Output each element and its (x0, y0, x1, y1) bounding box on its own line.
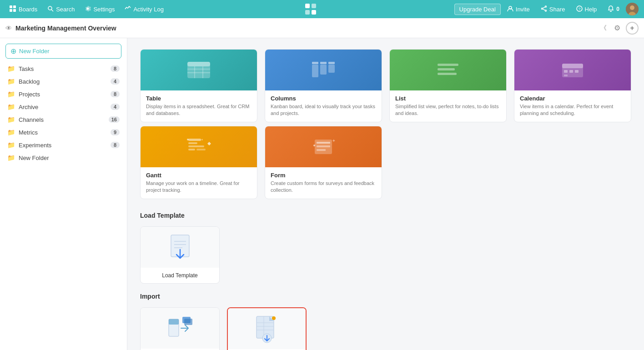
activity-icon (125, 5, 131, 13)
eye-icon: 👁 (5, 25, 12, 32)
table-view-card[interactable]: Table Display items in a spreadsheet. Gr… (140, 49, 257, 122)
sidebar: ⊕ New Folder 📁 Tasks 8 📁 Backlog 4 📁 Pro… (0, 38, 127, 350)
upgrade-deal-button[interactable]: Upgrade Deal (454, 4, 501, 15)
share-button[interactable]: Share (536, 4, 570, 15)
svg-rect-31 (320, 62, 327, 64)
gantt-view-card[interactable]: + Gantt Manage your work on a timeline. … (140, 126, 257, 199)
svg-point-11 (545, 6, 546, 7)
help-button[interactable]: ? Help (572, 4, 602, 15)
sidebar-item-label: Tasks (19, 65, 111, 72)
svg-line-14 (543, 7, 545, 8)
sidebar-item-channels[interactable]: 📁 Channels 16 (0, 113, 127, 126)
sidebar-item-new-folder[interactable]: 📁 New Folder (0, 151, 127, 164)
folder-icon: 📁 (7, 90, 15, 98)
bell-icon (608, 5, 614, 13)
template-card-title: Load Template (146, 272, 214, 279)
folder-icon: 📁 (7, 129, 15, 136)
sidebar-item-experiments[interactable]: 📁 Experiments 8 (0, 139, 127, 151)
search-label: Search (56, 6, 75, 13)
template-card-image (141, 227, 219, 268)
svg-rect-46 (196, 149, 206, 150)
sidebar-item-tasks[interactable]: 📁 Tasks 8 (0, 62, 127, 75)
svg-rect-34 (438, 68, 455, 70)
table-card-image (141, 50, 257, 90)
collapse-chevron[interactable]: 《 (599, 22, 609, 34)
share-icon (541, 5, 547, 13)
template-card-row: Load Template (140, 226, 631, 284)
list-view-card[interactable]: List Simplified list view, perfect for n… (389, 49, 507, 122)
settings-label: Settings (93, 6, 115, 13)
svg-point-55 (313, 145, 315, 146)
folder-icon: 📁 (7, 103, 15, 110)
new-folder-button[interactable]: ⊕ New Folder (5, 44, 121, 59)
folder-icon: 📁 (7, 154, 15, 161)
import-csv-card[interactable]: Import From CSV (227, 307, 307, 350)
sidebar-item-backlog[interactable]: 📁 Backlog 4 (0, 75, 127, 88)
gantt-card-desc: Manage your work on a timeline. Great fo… (146, 180, 252, 194)
sidebar-item-archive[interactable]: 📁 Archive 4 (0, 100, 127, 113)
sidebar-badge: 4 (111, 104, 120, 110)
boards-icon (9, 5, 16, 14)
main-layout: ⊕ New Folder 📁 Tasks 8 📁 Backlog 4 📁 Pro… (0, 38, 644, 350)
svg-point-19 (630, 5, 634, 10)
boards-nav-item[interactable]: Boards (5, 3, 41, 15)
table-card-body: Table Display items in a spreadsheet. Gr… (141, 90, 257, 122)
list-card-desc: Simplified list view, perfect for notes,… (395, 103, 501, 117)
sidebar-badge: 8 (111, 65, 120, 72)
svg-rect-32 (328, 62, 335, 64)
sidebar-badge: 8 (111, 91, 120, 97)
import-trello-card[interactable]: Import From Trello (140, 307, 220, 350)
avatar[interactable] (626, 3, 639, 15)
calendar-card-desc: View items in a calendar. Perfect for ev… (520, 103, 625, 117)
form-card-image: + (265, 126, 382, 167)
calendar-view-card[interactable]: Calendar View items in a calendar. Perfe… (514, 49, 631, 122)
svg-rect-35 (438, 73, 457, 75)
svg-rect-22 (187, 62, 210, 66)
svg-line-15 (543, 9, 545, 10)
gantt-card-body: Gantt Manage your work on a timeline. Gr… (141, 167, 257, 199)
svg-point-4 (48, 6, 52, 10)
svg-marker-47 (207, 142, 211, 145)
table-card-title: Table (146, 95, 252, 102)
svg-rect-1 (13, 5, 16, 8)
svg-rect-52 (317, 145, 330, 147)
list-card-image (390, 50, 506, 90)
folder-icon: 📁 (7, 65, 15, 72)
svg-rect-3 (13, 9, 16, 12)
svg-rect-33 (438, 64, 458, 66)
sidebar-item-label: Backlog (19, 78, 111, 85)
sidebar-item-label: Channels (19, 116, 109, 123)
sidebar-item-projects[interactable]: 📁 Projects 8 (0, 88, 127, 100)
invite-button[interactable]: Invite (503, 4, 534, 15)
columns-card-image (265, 50, 382, 90)
search-nav-item[interactable]: Search (44, 4, 78, 15)
add-view-button[interactable]: + (626, 22, 639, 35)
calendar-card-title: Calendar (520, 95, 625, 102)
svg-rect-6 (305, 4, 310, 8)
form-view-card[interactable]: + Form Create custom forms for surveys a… (265, 126, 382, 199)
folder-icon: 📁 (7, 141, 15, 149)
svg-rect-61 (169, 319, 179, 325)
gantt-card-image: + (141, 126, 257, 167)
svg-rect-39 (569, 70, 573, 73)
list-card-body: List Simplified list view, perfect for n… (390, 90, 506, 122)
settings-icon (85, 5, 91, 13)
form-card-title: Form (271, 172, 376, 179)
settings-gear-icon[interactable]: ⚙ (612, 22, 622, 34)
sidebar-item-metrics[interactable]: 📁 Metrics 9 (0, 126, 127, 139)
gantt-card-title: Gantt (146, 172, 252, 179)
activity-nav-item[interactable]: Activity Log (121, 4, 167, 15)
columns-card-title: Columns (271, 95, 376, 102)
notifications-button[interactable]: 0 (603, 4, 624, 15)
svg-point-49 (187, 139, 189, 140)
empty-cell-2 (514, 126, 631, 199)
calendar-card-body: Calendar View items in a calendar. Perfe… (514, 90, 631, 122)
load-template-card[interactable]: Load Template (140, 226, 220, 284)
svg-rect-28 (320, 65, 327, 75)
settings-nav-item[interactable]: Settings (81, 4, 118, 15)
import-section-title: Import (140, 293, 631, 300)
list-card-title: List (395, 95, 501, 102)
form-card-desc: Create custom forms for surveys and feed… (271, 180, 376, 194)
columns-view-card[interactable]: Columns Kanban board, ideal to visually … (265, 49, 382, 122)
svg-rect-27 (312, 65, 318, 77)
